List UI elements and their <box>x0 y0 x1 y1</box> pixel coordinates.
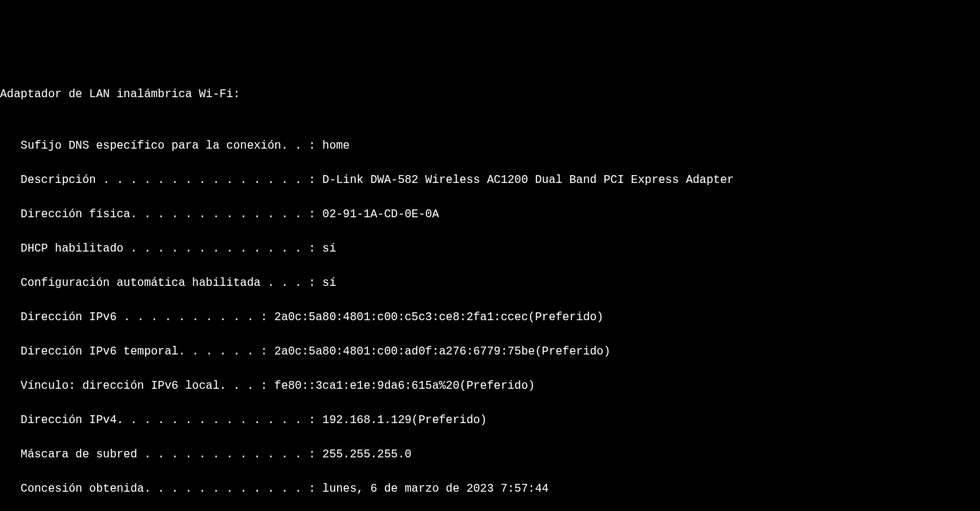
ipv6-link-local-line: Vínculo: dirección IPv6 local. . . : fe8… <box>0 377 980 395</box>
autoconfig-line: Configuración automática habilitada . . … <box>0 274 980 292</box>
adapter-header: Adaptador de LAN inalámbrica Wi-Fi: <box>0 86 980 103</box>
physical-address-line: Dirección física. . . . . . . . . . . . … <box>0 206 980 223</box>
description-line: Descripción . . . . . . . . . . . . . . … <box>0 172 980 189</box>
lease-obtained-line: Concesión obtenida. . . . . . . . . . . … <box>0 480 980 497</box>
subnet-mask-line: Máscara de subred . . . . . . . . . . . … <box>0 446 980 463</box>
ipv6-temporal-line: Dirección IPv6 temporal. . . . . . : 2a0… <box>0 343 980 360</box>
ipv4-address-line: Dirección IPv4. . . . . . . . . . . . . … <box>0 412 980 429</box>
ipv6-address-line: Dirección IPv6 . . . . . . . . . . : 2a0… <box>0 309 980 326</box>
dhcp-enabled-line: DHCP habilitado . . . . . . . . . . . . … <box>0 240 980 257</box>
terminal-output[interactable]: Adaptador de LAN inalámbrica Wi-Fi: Sufi… <box>0 69 980 511</box>
dns-suffix-line: Sufijo DNS específico para la conexión. … <box>0 137 980 154</box>
